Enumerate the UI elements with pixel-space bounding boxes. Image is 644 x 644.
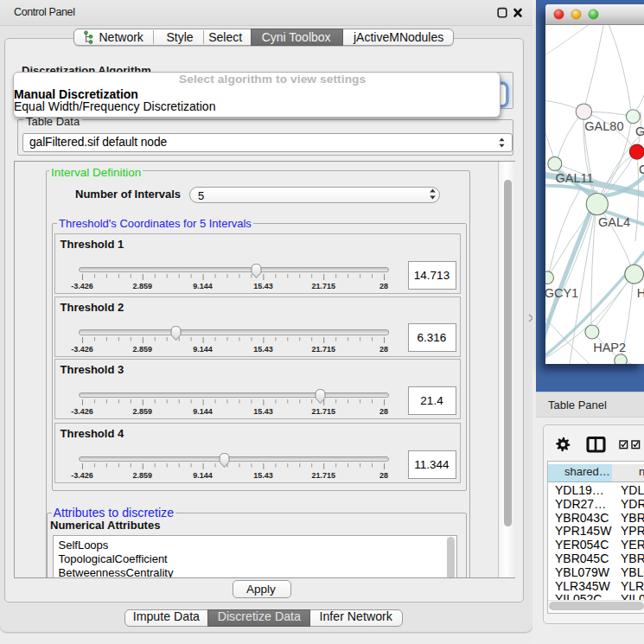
svg-text:HAP2: HAP2 [593,340,626,354]
svg-text:CYC: CYC [639,162,644,175]
svg-text:GAL11: GAL11 [556,170,594,184]
svg-text:GAL3: GAL3 [635,124,644,137]
svg-text:GCY1: GCY1 [545,285,578,299]
svg-text:HAP4: HAP4 [637,285,644,299]
svg-text:GAL80: GAL80 [584,119,623,133]
svg-text:GAL4: GAL4 [598,214,630,228]
